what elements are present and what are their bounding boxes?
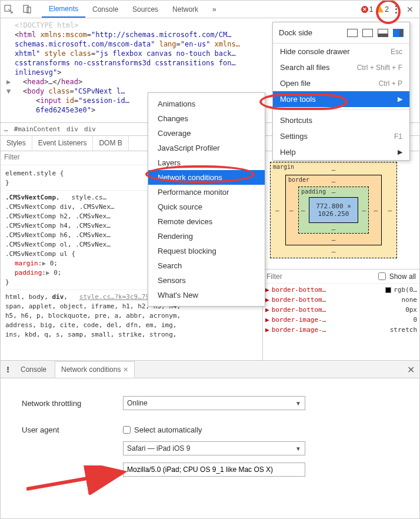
computed-filter-row: Show all <box>263 270 419 284</box>
menu-settings[interactable]: SettingsF1 <box>273 128 409 144</box>
crumb-item[interactable]: div <box>84 125 96 133</box>
drawer-tab-network-conditions[interactable]: Network conditions✕ <box>55 361 135 378</box>
submenu-coverage[interactable]: Coverage <box>148 126 265 141</box>
subtab-styles[interactable]: Styles <box>1 136 32 151</box>
drawer-menu-button[interactable] <box>4 365 12 374</box>
chevron-down-icon: ▼ <box>295 445 301 452</box>
submenu-layers[interactable]: Layers <box>148 155 265 170</box>
svg-rect-1 <box>24 5 28 12</box>
crumb-item[interactable]: div <box>66 125 78 133</box>
box-model[interactable]: margin – – – – border – – – – padding – … <box>263 151 419 270</box>
menu-more-tools[interactable]: More tools▶ <box>273 91 409 107</box>
submenu-rendering[interactable]: Rendering <box>148 229 265 244</box>
tab-sources[interactable]: Sources <box>125 2 165 17</box>
tab-overflow[interactable]: » <box>205 2 224 17</box>
computed-row: ▶border-bottom…none <box>265 295 417 305</box>
useragent-label: User agent <box>22 425 116 434</box>
menu-search-all[interactable]: Search all filesCtrl + Shift + F <box>273 59 409 75</box>
ua-auto-checkbox-row[interactable]: Select automatically <box>123 425 305 434</box>
dock-side-row: Dock side <box>273 22 409 44</box>
showall-checkbox[interactable] <box>378 272 386 280</box>
showall-label: Show all <box>389 272 416 281</box>
submenu-arrow-icon: ▶ <box>398 95 402 103</box>
dock-left-icon[interactable] <box>362 29 373 37</box>
box-model-content: 772.800 × 1026.250 <box>309 197 358 223</box>
devtools-toolbar: Elements Console Sources Network » ✕1 2 … <box>1 1 419 18</box>
throttling-row: Network throttling Online▼ <box>22 396 406 410</box>
submenu-search[interactable]: Search <box>148 258 265 273</box>
computed-panel: margin – – – – border – – – – padding – … <box>263 151 419 360</box>
menu-open-file[interactable]: Open fileCtrl + P <box>273 75 409 91</box>
toolbar-right: ✕1 2 ✕ <box>361 4 416 15</box>
useragent-row: User agent Select automatically Safari —… <box>22 425 406 477</box>
error-count: 1 <box>369 5 374 14</box>
submenu-perfmonitor[interactable]: Performance monitor <box>148 185 265 199</box>
menu-shortcuts[interactable]: Shortcuts <box>273 112 409 128</box>
dock-right-icon[interactable] <box>393 29 404 37</box>
submenu-network-conditions[interactable]: Network conditions <box>148 170 265 185</box>
submenu-changes[interactable]: Changes <box>148 111 265 126</box>
ua-string-input[interactable] <box>123 463 305 477</box>
submenu-sensors[interactable]: Sensors <box>148 273 265 288</box>
dock-side-label: Dock side <box>279 28 312 37</box>
throttling-select[interactable]: Online▼ <box>123 396 305 410</box>
submenu-remotedevices[interactable]: Remote devices <box>148 214 265 229</box>
inspect-icon[interactable] <box>4 5 14 14</box>
dock-bottom-icon[interactable] <box>378 29 388 37</box>
top-tabs: Elements Console Sources Network » <box>42 1 224 18</box>
crumb-item[interactable]: #mainContent <box>14 125 61 133</box>
computed-row: ▶border-bottom…rgb(0… <box>265 285 417 295</box>
drawer: Console Network conditions✕ ✕ Network th… <box>1 361 419 488</box>
ua-select[interactable]: Safari — iPad iOS 9▼ <box>123 441 305 455</box>
submenu-arrow-icon: ▶ <box>398 148 402 156</box>
computed-row: ▶border-image-…0 <box>265 315 417 325</box>
tab-network[interactable]: Network <box>165 2 205 17</box>
crumb-item[interactable]: … <box>4 125 8 133</box>
dock-undock-icon[interactable] <box>347 29 358 37</box>
throttling-label: Network throttling <box>22 399 116 408</box>
computed-filter-input[interactable] <box>266 272 375 281</box>
source-link[interactable]: style.cs… <box>72 194 107 201</box>
submenu-animations[interactable]: Animations <box>148 97 265 111</box>
tab-console[interactable]: Console <box>85 2 125 17</box>
device-icon[interactable] <box>23 5 32 14</box>
submenu-requestblocking[interactable]: Request blocking <box>148 244 265 258</box>
error-badge[interactable]: ✕1 <box>361 5 374 14</box>
main-menu: Dock side Hide console drawerEsc Search … <box>272 22 410 161</box>
computed-list[interactable]: ▶border-bottom…rgb(0… ▶border-bottom…non… <box>263 284 419 360</box>
chevron-down-icon: ▼ <box>295 400 301 407</box>
computed-row: ▶border-bottom…0px <box>265 305 417 315</box>
subtab-eventlisteners[interactable]: Event Listeners <box>32 136 94 151</box>
menu-hide-drawer[interactable]: Hide console drawerEsc <box>273 44 409 59</box>
warning-badge[interactable]: 2 <box>376 5 389 14</box>
close-icon[interactable]: ✕ <box>123 366 128 373</box>
warning-count: 2 <box>385 5 389 14</box>
submenu-jsprofiler[interactable]: JavaScript Profiler <box>148 141 265 155</box>
drawer-tab-console[interactable]: Console <box>15 362 52 377</box>
more-tools-submenu: Animations Changes Coverage JavaScript P… <box>148 92 265 307</box>
submenu-whatsnew[interactable]: What's New <box>148 288 265 302</box>
devtools-close-button[interactable]: ✕ <box>404 5 416 14</box>
tab-elements[interactable]: Elements <box>42 1 85 18</box>
menu-help[interactable]: Help▶ <box>273 144 409 160</box>
submenu-quicksource[interactable]: Quick source <box>148 199 265 214</box>
computed-row: ▶border-image-…stretch <box>265 325 417 335</box>
drawer-close-button[interactable]: ✕ <box>407 364 415 375</box>
network-conditions-panel: Network throttling Online▼ User agent Se… <box>1 378 419 488</box>
subtab-dombreakpoints[interactable]: DOM B <box>93 136 128 151</box>
settings-menu-button[interactable] <box>392 4 401 15</box>
ua-auto-checkbox[interactable] <box>123 426 131 434</box>
drawer-tabs: Console Network conditions✕ ✕ <box>1 361 419 378</box>
